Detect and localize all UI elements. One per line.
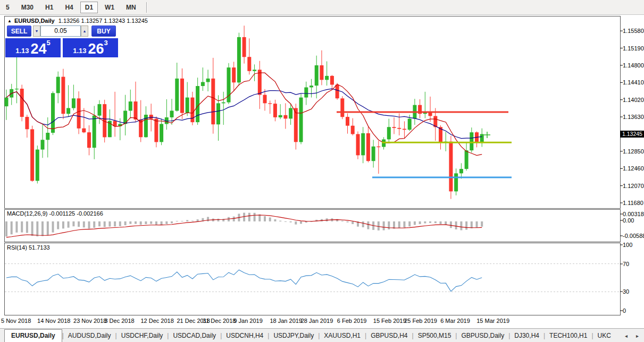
- symbol-tabbar: EURUSD,Daily|AUDUSD,Daily|USDCHF,Daily|U…: [0, 328, 644, 342]
- macd-histogram-bar: [5, 221, 7, 236]
- macd-histogram-bar: [471, 221, 473, 228]
- timeframe-button-d1[interactable]: D1: [80, 2, 98, 13]
- candle-body: [237, 37, 241, 82]
- macd-histogram-bar: [243, 213, 245, 221]
- macd-histogram-bar: [186, 220, 188, 221]
- candle-body: [129, 101, 132, 110]
- candle-body: [41, 140, 45, 149]
- date-axis-label: 23 Nov 2018: [73, 318, 106, 324]
- timeframe-toolbar: 5M30H1H4D1W1MN: [0, 0, 644, 15]
- volume-decrease-icon[interactable]: ▼: [33, 25, 40, 37]
- ask-quote-button[interactable]: 1.13 26 3: [63, 38, 118, 57]
- bid-quote-button[interactable]: 1.13 24 5: [5, 38, 61, 57]
- tab-gbpusd-daily[interactable]: GBPUSD,Daily: [457, 330, 508, 342]
- one-click-collapse-icon[interactable]: ▲: [7, 19, 12, 23]
- candle-body: [72, 98, 76, 108]
- tab-audusd-daily[interactable]: AUDUSD,Daily: [64, 330, 115, 342]
- date-axis-label: 3 Dec 2018: [104, 318, 134, 324]
- macd-histogram-bar: [181, 221, 183, 221]
- macd-histogram-bar: [88, 221, 90, 229]
- macd-histogram-bar: [171, 221, 173, 224]
- bid-pipette: 5: [47, 39, 51, 47]
- candle-body: [449, 142, 453, 192]
- tab-scroll-right-icon[interactable]: ▸: [636, 333, 639, 339]
- tab-eurusd-daily[interactable]: EURUSD,Daily: [4, 329, 62, 342]
- tab-usdjpy-daily[interactable]: USDJPY,Daily: [269, 330, 318, 342]
- macd-histogram-bar: [450, 221, 452, 228]
- candle-body: [206, 79, 210, 82]
- tab-gbpusd-h4[interactable]: GBPUSD,H4: [366, 330, 412, 342]
- candle-body: [98, 104, 102, 116]
- macd-histogram-bar: [274, 219, 276, 221]
- macd-histogram-bar: [300, 221, 302, 224]
- macd-histogram-bar: [398, 221, 400, 228]
- sell-button[interactable]: SELL: [7, 25, 31, 37]
- volume-increase-icon[interactable]: ▲: [81, 25, 88, 37]
- macd-histogram-bar: [367, 221, 369, 229]
- macd-histogram-bar: [481, 221, 483, 227]
- macd-histogram-bar: [279, 221, 281, 221]
- tab-sp500-m15[interactable]: SP500,M15: [414, 330, 456, 342]
- tab-usdcnh-h4[interactable]: USDCNH,H4: [222, 330, 267, 342]
- candle-body: [201, 82, 205, 87]
- candle-body: [247, 57, 251, 71]
- macd-histogram-bar: [455, 221, 457, 229]
- candle-body: [377, 147, 380, 147]
- candle-body: [149, 115, 153, 119]
- macd-histogram-bar: [419, 221, 421, 224]
- tab-dj30-h4[interactable]: DJ30,H4: [510, 330, 543, 342]
- tab-tech100-h1[interactable]: TECH100,H1: [545, 330, 591, 342]
- tab-scroll-left-icon[interactable]: ◂: [625, 333, 628, 339]
- price-axis-label: 1.11680: [623, 200, 643, 206]
- tab-xauusd-h1[interactable]: XAUUSD,H1: [320, 330, 365, 342]
- timeframe-button-h4[interactable]: H4: [60, 2, 78, 13]
- price-axis-label: 1.15190: [623, 45, 644, 52]
- candle-body: [480, 134, 484, 143]
- candle-body: [211, 79, 215, 124]
- date-axis-label: 28 Jan 2019: [301, 318, 333, 324]
- price-axis-label: 1.14800: [623, 62, 644, 69]
- tab-usdchf-daily[interactable]: USDCHF,Daily: [117, 330, 168, 342]
- macd-histogram-bar: [155, 221, 157, 225]
- buy-button[interactable]: BUY: [91, 25, 116, 37]
- candle-body: [387, 127, 391, 139]
- candle-body: [216, 103, 220, 124]
- date-axis-label: 6 Mar 2019: [440, 318, 470, 324]
- volume-input[interactable]: 0.05: [40, 25, 81, 37]
- macd-histogram-bar: [176, 221, 178, 221]
- candle-body: [180, 79, 184, 113]
- macd-histogram-bar: [57, 221, 59, 229]
- candle-body: [25, 117, 29, 129]
- candle-body: [273, 104, 277, 117]
- macd-histogram-bar: [476, 221, 478, 228]
- macd-histogram-bar: [285, 221, 287, 222]
- candle-body: [361, 133, 365, 156]
- macd-histogram-bar: [161, 221, 163, 225]
- macd-histogram-bar: [378, 221, 380, 230]
- timeframe-button-mn[interactable]: MN: [121, 2, 141, 13]
- timeframe-button-m30[interactable]: M30: [16, 2, 38, 13]
- candle-body: [356, 134, 360, 156]
- bid-prefix: 1.13: [15, 47, 29, 55]
- macd-histogram-bar: [295, 221, 297, 225]
- timeframe-button-h1[interactable]: H1: [40, 2, 58, 13]
- tab-usdcad-daily[interactable]: USDCAD,Daily: [169, 330, 220, 342]
- macd-histogram-bar: [352, 221, 354, 224]
- macd-histogram-bar: [383, 221, 385, 230]
- candle-body: [30, 129, 34, 181]
- date-axis-label: 12 Dec 2018: [140, 318, 173, 324]
- timeframe-button-w1[interactable]: W1: [100, 2, 119, 13]
- chart-ohlc-quotes: 1.13256 1.13257 1.13243 1.13245: [58, 18, 148, 24]
- macd-histogram-bar: [150, 221, 152, 224]
- chart-symbol-title: EURUSD,Daily: [14, 18, 55, 24]
- macd-histogram-bar: [424, 221, 426, 224]
- macd-histogram-bar: [68, 221, 70, 228]
- price-axis-label: 1.12070: [623, 183, 644, 189]
- candle-body: [336, 85, 339, 99]
- timeframe-button-5[interactable]: 5: [1, 2, 14, 13]
- macd-histogram-bar: [460, 221, 462, 230]
- candle-body: [263, 95, 267, 104]
- tab-ukc[interactable]: UKC: [593, 330, 615, 342]
- candle-body: [242, 37, 246, 57]
- macd-histogram-bar: [31, 221, 34, 236]
